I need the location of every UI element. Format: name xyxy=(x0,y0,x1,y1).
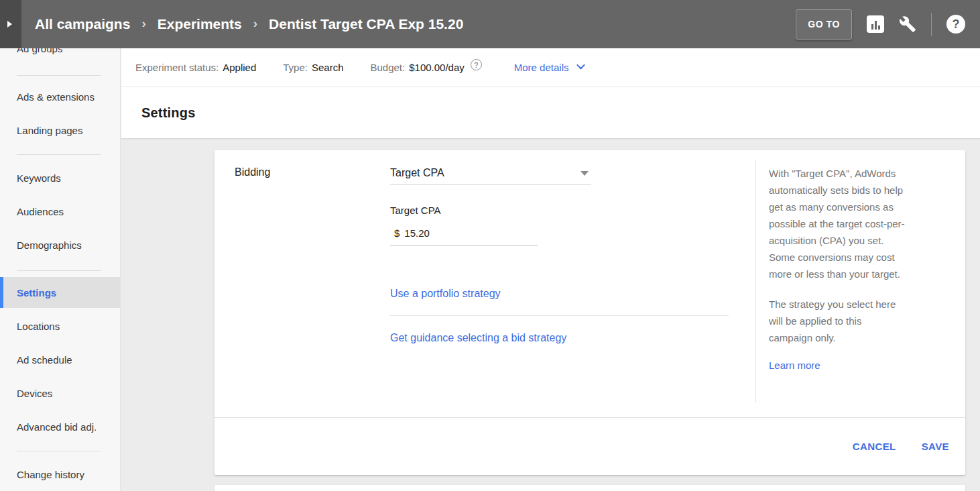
links-divider xyxy=(390,315,729,316)
next-card-partial xyxy=(215,485,965,491)
more-details-label: More details xyxy=(514,62,569,73)
bid-strategy-selected-value: Target CPA xyxy=(390,164,591,180)
breadcrumb: All campaigns›Experiments›Dentist Target… xyxy=(35,0,463,48)
topbar-divider xyxy=(931,13,932,36)
status-value: Applied xyxy=(223,62,256,73)
status-value: $100.00/day xyxy=(409,62,465,73)
sidebar-group: Ads & extensionsLanding pages xyxy=(0,75,120,147)
bid-guidance-link[interactable]: Get guidance selecting a bid strategy xyxy=(390,332,566,344)
chevron-down-icon xyxy=(577,61,586,70)
sidebar-item-change-history[interactable]: Change history xyxy=(0,457,120,491)
status-label: Type: xyxy=(283,62,308,73)
cancel-button[interactable]: CANCEL xyxy=(853,441,896,452)
chart-bar xyxy=(875,21,877,30)
help-paragraph: With "Target CPA", AdWords automatically… xyxy=(769,165,907,282)
help-paragraph: The strategy you select here will be app… xyxy=(769,296,907,346)
sidebar-nav: Ad groupsAds & extensionsLanding pagesKe… xyxy=(0,0,121,491)
card-footer: CANCEL SAVE xyxy=(853,417,949,475)
dropdown-arrow-icon xyxy=(580,171,589,176)
sidebar-item-landing-pages[interactable]: Landing pages xyxy=(0,113,120,147)
go-to-button[interactable]: GO TO xyxy=(796,9,852,40)
tools-wrench-icon[interactable] xyxy=(899,15,916,33)
sidebar-group: Change history xyxy=(0,451,120,491)
chevron-right-icon: › xyxy=(253,16,257,31)
target-cpa-field-label: Target CPA xyxy=(390,205,441,216)
breadcrumb-item-dentist-target-cpa-exp-15-20[interactable]: Dentist Target CPA Exp 15.20 xyxy=(269,16,463,32)
target-cpa-input[interactable] xyxy=(404,227,505,239)
bidding-settings-card: Bidding Target CPA Target CPA $ Use a po… xyxy=(215,150,965,475)
help-panel-divider xyxy=(755,160,756,402)
top-bar: All campaigns›Experiments›Dentist Target… xyxy=(0,0,980,48)
help-icon[interactable]: ? xyxy=(946,15,965,34)
currency-prefix: $ xyxy=(394,227,400,239)
sidebar-item-devices[interactable]: Devices xyxy=(0,376,120,410)
chevron-right-icon: › xyxy=(141,16,145,31)
portfolio-strategy-link[interactable]: Use a portfolio strategy xyxy=(390,288,501,300)
sidebar-item-advanced-bid-adj[interactable]: Advanced bid adj. xyxy=(0,410,120,443)
help-panel: With "Target CPA", AdWords automatically… xyxy=(769,165,907,371)
bid-strategy-dropdown[interactable]: Target CPA xyxy=(390,164,591,185)
target-cpa-field: $ xyxy=(390,221,538,246)
sidebar-item-audiences[interactable]: Audiences xyxy=(0,195,120,228)
more-details-link[interactable]: More details xyxy=(514,62,585,73)
save-button[interactable]: SAVE xyxy=(922,441,949,452)
expand-arrow-icon xyxy=(7,21,12,28)
status-value: Search xyxy=(312,62,344,73)
budget-help-icon[interactable]: ? xyxy=(471,59,482,70)
chart-bar xyxy=(878,25,880,30)
sidebar-collapse-button[interactable] xyxy=(0,0,21,48)
page-title: Settings xyxy=(141,105,196,121)
settings-header-band: Settings xyxy=(121,87,980,139)
sidebar-item-locations[interactable]: Locations xyxy=(0,309,120,343)
topbar-actions: GO TO ? xyxy=(796,0,965,48)
sidebar-item-settings[interactable]: Settings xyxy=(0,277,120,308)
status-item-experiment-status: Experiment status:Applied xyxy=(135,62,256,73)
learn-more-link[interactable]: Learn more xyxy=(769,360,907,371)
sidebar-item-ad-schedule[interactable]: Ad schedule xyxy=(0,343,120,376)
sidebar-group: KeywordsAudiencesDemographics xyxy=(0,154,120,262)
sidebar-item-keywords[interactable]: Keywords xyxy=(0,161,120,195)
sidebar-group: SettingsLocationsAd scheduleDevicesAdvan… xyxy=(0,270,120,443)
status-item-budget: Budget:$100.00/day? xyxy=(370,62,481,73)
reports-chart-icon[interactable] xyxy=(867,15,884,33)
status-item-type: Type:Search xyxy=(283,62,343,73)
status-label: Budget: xyxy=(370,62,405,73)
status-label: Experiment status: xyxy=(135,62,219,73)
sidebar-item-demographics[interactable]: Demographics xyxy=(0,228,120,262)
sidebar-item-ads-extensions[interactable]: Ads & extensions xyxy=(0,80,120,113)
chart-bar xyxy=(871,24,873,30)
bidding-section-label: Bidding xyxy=(235,166,270,178)
experiment-status-bar: Experiment status:AppliedType:SearchBudg… xyxy=(121,48,980,87)
breadcrumb-item-experiments[interactable]: Experiments xyxy=(158,16,242,32)
breadcrumb-item-all-campaigns[interactable]: All campaigns xyxy=(35,16,130,32)
